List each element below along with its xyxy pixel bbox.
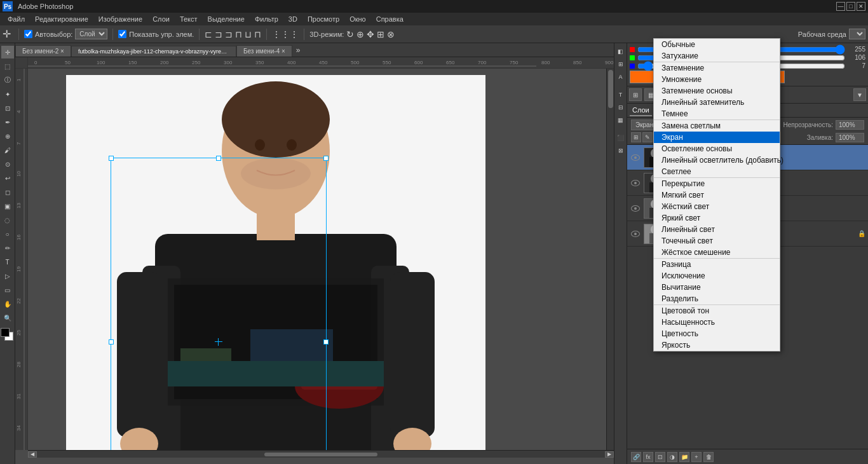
brush-tool[interactable]: 🖌 [1, 144, 14, 156]
magic-wand-tool[interactable]: ✦ [1, 88, 14, 100]
blend-vychitanie[interactable]: Вычитание [654, 282, 780, 293]
tab-0[interactable]: Без имени-2 × [15, 45, 71, 57]
panel-extra-btn1[interactable]: ⊞ [629, 88, 642, 101]
blend-zatemnenie-osnovy[interactable]: Затемнение основы [654, 85, 780, 97]
align-right-icon[interactable]: ⊐ [225, 29, 233, 39]
crop-tool[interactable]: ⊡ [1, 102, 14, 114]
layer-mask-button[interactable]: ⊡ [655, 452, 665, 462]
minimize-button[interactable]: — [836, 2, 845, 11]
foreground-color-swatch[interactable] [630, 71, 655, 83]
blend-osveshenie-osnovy[interactable]: Осветление основы [654, 143, 780, 154]
horizontal-scrollbar[interactable]: ◀ ▶ [28, 450, 614, 458]
layer-visibility-2[interactable] [630, 203, 641, 214]
chevron-down-icon[interactable]: ▼ [853, 88, 866, 101]
zoom-tool[interactable]: 🔍 [1, 311, 14, 324]
blend-myagkiy-svet[interactable]: Мягкий свет [654, 189, 780, 201]
layer-fx-button[interactable]: fx [643, 452, 653, 462]
layer-adjustment-button[interactable]: ◑ [667, 452, 677, 462]
menu-image[interactable]: Изображение [93, 15, 147, 23]
dodge-tool[interactable]: ○ [1, 228, 14, 240]
tab-more-button[interactable]: » [292, 44, 304, 57]
selection-tool[interactable]: ⬚ [1, 60, 14, 72]
show-controls-checkbox[interactable] [118, 30, 126, 38]
blend-lineynyy-zatemnitel[interactable]: Линейный затемнитель [654, 97, 780, 108]
lock-transparent-icon[interactable]: ⊞ [631, 132, 641, 142]
eyedropper-tool[interactable]: ✒ [1, 116, 14, 128]
layer-add-button[interactable]: + [691, 452, 702, 462]
blend-lineynyy-svet[interactable]: Линейный свет [654, 224, 780, 235]
clone-tool[interactable]: ⊙ [1, 158, 14, 170]
layers-tab[interactable]: Слои [630, 105, 652, 116]
align-center-icon[interactable]: ⊐ [215, 29, 222, 39]
menu-text[interactable]: Текст [175, 15, 203, 23]
tab-1[interactable]: futbolka-muzhskaya-jiber-112-chernaya-v-… [71, 46, 236, 57]
3d-scale-icon[interactable]: ⊗ [387, 29, 395, 39]
blend-tsvetovoy-ton[interactable]: Цветовой тон [654, 304, 780, 317]
panel-icon-6[interactable]: ▦ [615, 114, 627, 126]
layer-visibility-1[interactable] [630, 177, 641, 189]
panel-icon-7[interactable]: ⬛ [615, 132, 627, 144]
blur-tool[interactable]: ◌ [1, 214, 14, 226]
menu-layers[interactable]: Слои [147, 15, 175, 23]
menu-window[interactable]: Окно [344, 15, 371, 23]
panel-icon-3[interactable]: A [615, 71, 627, 83]
opacity-input[interactable] [836, 120, 864, 130]
lock-image-icon[interactable]: ✎ [642, 132, 653, 142]
text-tool[interactable]: T [1, 256, 14, 268]
blend-yarkiy-svet[interactable]: Яркий свет [654, 212, 780, 224]
tab-2[interactable]: Без имени-4 × [236, 45, 292, 57]
move-tool[interactable]: ✛ [1, 46, 14, 58]
menu-view[interactable]: Просмотр [302, 15, 344, 23]
scroll-right-button[interactable]: ▶ [605, 451, 614, 458]
scroll-left-button[interactable]: ◀ [28, 451, 37, 458]
vertical-scrollbar[interactable] [606, 69, 614, 450]
blend-umnojenie[interactable]: Умножение [654, 74, 780, 85]
menu-select[interactable]: Выделение [203, 15, 250, 23]
menu-3d[interactable]: 3D [283, 15, 302, 23]
3d-pan-icon[interactable]: ✥ [367, 29, 374, 39]
blend-ekran[interactable]: Экран [654, 132, 780, 143]
align-left-icon[interactable]: ⊏ [205, 29, 212, 39]
blend-perekrytie[interactable]: Перекрытие [654, 177, 780, 189]
panel-icon-8[interactable]: ⊠ [615, 145, 627, 156]
color-swatches[interactable] [1, 328, 15, 342]
auto-select-checkbox[interactable] [24, 30, 32, 38]
blend-svetlee[interactable]: Светлее [654, 166, 780, 177]
heal-tool[interactable]: ⊕ [1, 130, 14, 142]
panel-icon-2[interactable]: ⊞ [615, 58, 627, 70]
layer-visibility-0[interactable] [630, 152, 641, 163]
blend-lineynyy-osvetlitel[interactable]: Линейный осветлитель (добавить) [654, 154, 780, 166]
menu-help[interactable]: Справка [371, 15, 409, 23]
scroll-thumb[interactable] [264, 453, 378, 456]
close-button[interactable]: ✕ [857, 2, 865, 11]
panel-icon-1[interactable]: ◧ [615, 46, 627, 57]
fg-color-swatch[interactable] [1, 328, 10, 337]
blend-zatemnenie[interactable]: Затемнение [654, 62, 780, 74]
blend-yarkost[interactable]: Яркость [654, 339, 780, 351]
menu-file[interactable]: Файл [3, 15, 30, 23]
maximize-button[interactable]: □ [846, 2, 855, 11]
path-select-tool[interactable]: ▷ [1, 270, 14, 282]
history-tool[interactable]: ↩ [1, 172, 14, 184]
blend-tochechnyy-svet[interactable]: Точечный свет [654, 235, 780, 247]
menu-edit[interactable]: Редактирование [30, 15, 93, 23]
blend-tsvetnost[interactable]: Цветность [654, 328, 780, 339]
blend-nasyshchennost[interactable]: Насыщенность [654, 317, 780, 328]
canvas-document-area[interactable] [28, 69, 614, 450]
align-top-icon[interactable]: ⊓ [235, 29, 242, 39]
menu-filter[interactable]: Фильтр [250, 15, 283, 23]
lasso-tool[interactable]: ⓛ [1, 74, 14, 86]
align-mid-icon[interactable]: ⊔ [245, 29, 252, 39]
blend-isklyuchenie[interactable]: Исключение [654, 270, 780, 282]
blend-obychnye[interactable]: Обычные [654, 39, 780, 50]
blend-zamena-svetlym[interactable]: Замена светлым [654, 119, 780, 132]
panel-icon-4[interactable]: T [615, 89, 627, 100]
pen-tool[interactable]: ✏ [1, 242, 14, 254]
blend-razdelit[interactable]: Разделить [654, 293, 780, 304]
layer-visibility-3[interactable] [630, 228, 641, 240]
fill-input[interactable] [836, 133, 864, 142]
gradient-tool[interactable]: ▣ [1, 200, 14, 212]
blend-mode-dropdown[interactable]: Обычные Затухание Затемнение Умножение З… [653, 38, 780, 351]
layer-folder-button[interactable]: 📁 [679, 452, 689, 462]
3d-slide-icon[interactable]: ⊞ [377, 29, 384, 39]
